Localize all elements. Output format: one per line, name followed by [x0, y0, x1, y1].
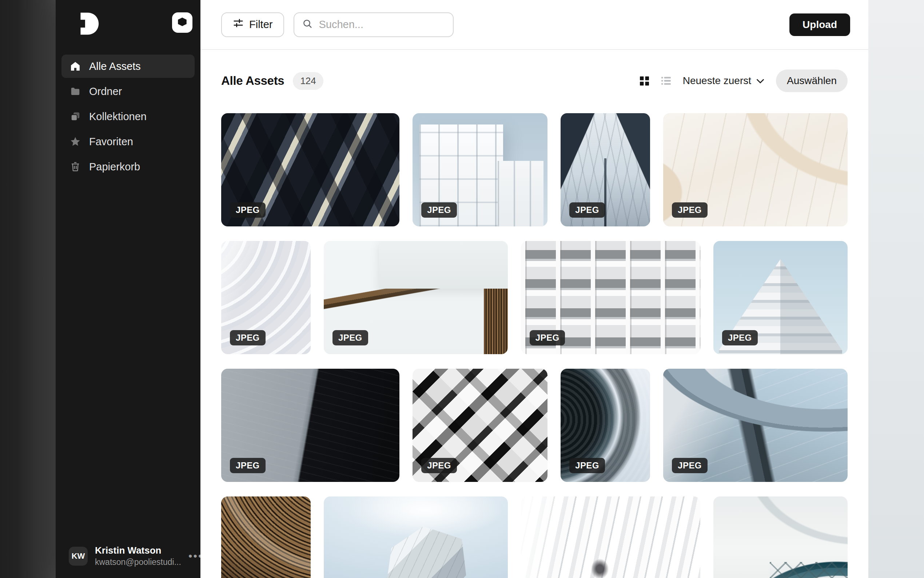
app-logo: [76, 12, 99, 36]
desktop-background: Alle Assets Ordner Kollektionen: [0, 0, 924, 578]
sidebar-item-ordner[interactable]: Ordner: [61, 80, 195, 103]
sidebar-item-alle-assets[interactable]: Alle Assets: [61, 55, 195, 78]
home-icon: [70, 61, 81, 72]
avatar: KW: [69, 547, 88, 566]
asset-count-badge: 124: [293, 72, 323, 90]
filetype-badge: JPEG: [421, 202, 457, 218]
asset-tile[interactable]: JPEG: [521, 497, 700, 578]
filter-button-label: Filter: [249, 19, 272, 31]
sidebar-item-papierkorb[interactable]: Papierkorb: [61, 155, 195, 179]
filetype-badge: JPEG: [569, 458, 605, 473]
sliders-icon: [233, 18, 244, 31]
asset-tile[interactable]: JPEG: [413, 113, 547, 226]
background-strip-right: [868, 0, 924, 578]
filetype-badge: JPEG: [332, 330, 368, 346]
asset-tile[interactable]: JPEG: [521, 241, 700, 354]
search-icon: [302, 19, 313, 31]
list-view-icon[interactable]: [661, 76, 671, 86]
upload-button[interactable]: Upload: [790, 13, 850, 36]
star-icon: [70, 136, 81, 147]
sort-dropdown-value: Neueste zuerst: [683, 75, 751, 87]
asset-grid-row: JPEG JPEG JPEG JPEG: [221, 497, 848, 578]
sidebar-item-label: Papierkorb: [89, 161, 140, 173]
filetype-badge: JPEG: [230, 202, 265, 218]
asset-tile[interactable]: JPEG: [561, 369, 650, 482]
sidebar-item-kollektionen[interactable]: Kollektionen: [61, 105, 195, 128]
collections-icon: [70, 111, 81, 122]
sidebar-nav: Alle Assets Ordner Kollektionen: [56, 36, 201, 180]
sidebar: Alle Assets Ordner Kollektionen: [56, 0, 201, 578]
asset-tile[interactable]: JPEG: [714, 497, 848, 578]
filetype-badge: JPEG: [569, 202, 605, 218]
sidebar-item-label: Favoriten: [89, 136, 133, 148]
cube-icon: [177, 16, 188, 29]
asset-tile[interactable]: JPEG: [324, 241, 508, 354]
sidebar-item-favoriten[interactable]: Favoriten: [61, 130, 195, 153]
asset-tile[interactable]: JPEG: [714, 241, 848, 354]
filetype-badge: JPEG: [672, 458, 707, 473]
background-strip-left: [0, 0, 56, 578]
asset-tile[interactable]: JPEG: [221, 241, 311, 354]
asset-grid-row: JPEG JPEG JPEG JPEG: [221, 241, 848, 354]
sort-dropdown[interactable]: Neueste zuerst: [683, 75, 764, 87]
sidebar-item-label: Alle Assets: [89, 60, 141, 72]
chevron-down-icon: [756, 75, 764, 87]
trash-icon: [70, 161, 81, 172]
asset-tile[interactable]: JPEG: [221, 113, 400, 226]
sidebar-item-label: Ordner: [89, 86, 122, 97]
filetype-badge: JPEG: [530, 330, 565, 346]
filter-button[interactable]: Filter: [221, 12, 284, 37]
main-area: Filter Upload Alle Assets 124: [201, 0, 868, 578]
folder-icon: [70, 86, 81, 97]
user-email: kwatson@pooliestudi...: [95, 557, 181, 567]
asset-tile[interactable]: JPEG: [413, 369, 547, 482]
user-name: Kristin Watson: [95, 545, 181, 556]
toolbar: Filter Upload: [201, 0, 868, 50]
filetype-badge: JPEG: [672, 202, 707, 218]
page-title: Alle Assets: [221, 74, 284, 88]
filetype-badge: JPEG: [722, 330, 758, 346]
user-card: KW Kristin Watson kwatson@pooliestudi...…: [56, 536, 201, 578]
select-button[interactable]: Auswählen: [776, 70, 848, 92]
filetype-badge: JPEG: [421, 458, 457, 473]
asset-tile[interactable]: JPEG: [663, 113, 848, 226]
filetype-badge: JPEG: [230, 458, 265, 473]
grid-view-icon[interactable]: [639, 76, 649, 86]
workspace-switcher-button[interactable]: [172, 12, 193, 33]
search-input[interactable]: [319, 19, 445, 31]
asset-tile[interactable]: JPEG: [663, 369, 848, 482]
asset-tile[interactable]: JPEG: [324, 497, 508, 578]
content-header: Alle Assets 124 Neueste zuerst: [221, 70, 848, 92]
asset-tile[interactable]: JPEG: [561, 113, 650, 226]
asset-grid-row: JPEG JPEG JPEG JPEG: [221, 113, 848, 226]
content: Alle Assets 124 Neueste zuerst: [201, 50, 868, 578]
asset-tile[interactable]: JPEG: [221, 369, 400, 482]
asset-grid-row: JPEG JPEG JPEG JPEG: [221, 369, 848, 482]
filetype-badge: JPEG: [230, 330, 265, 346]
sidebar-item-label: Kollektionen: [89, 110, 147, 123]
app-window: Alle Assets Ordner Kollektionen: [56, 0, 868, 578]
search-box: [294, 12, 454, 37]
asset-tile[interactable]: JPEG: [221, 497, 311, 578]
